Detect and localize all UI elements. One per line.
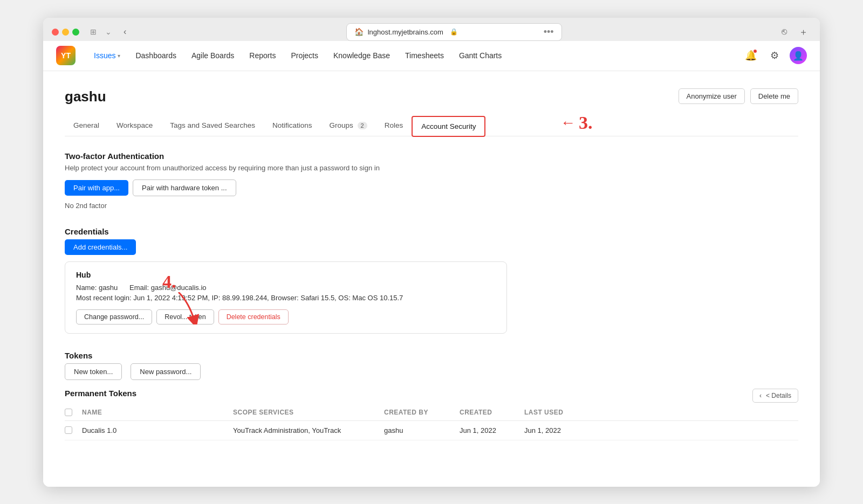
tab-account-security-label: Account Security xyxy=(421,122,476,130)
nav-item-timesheets[interactable]: Timesheets xyxy=(398,40,451,71)
tab-groups[interactable]: Groups 2 xyxy=(320,116,375,136)
tab-notifications-label: Notifications xyxy=(272,121,312,129)
back-button[interactable]: ‹ xyxy=(120,26,129,38)
pair-with-hardware-token-button[interactable]: Pair with hardware token ... xyxy=(133,179,236,196)
tab-roles[interactable]: Roles xyxy=(376,116,412,136)
credentials-actions: 4. Change password... R xyxy=(76,309,496,325)
revoke-token-button[interactable]: Revol... token xyxy=(156,309,214,325)
new-token-button[interactable]: New token... xyxy=(65,363,122,380)
add-credentials-button[interactable]: Add credentials... xyxy=(65,239,136,255)
tab-account-security[interactable]: Account Security ← 3. xyxy=(412,116,485,137)
nav-item-gantt-charts[interactable]: Gantt Charts xyxy=(451,40,509,71)
gear-icon: ⚙ xyxy=(770,50,779,61)
scope-link-youtrack-admin[interactable]: YouTrack Administration xyxy=(233,426,308,434)
col-name-header: Name xyxy=(82,409,233,416)
tab-general-label: General xyxy=(73,121,99,129)
col-created-header: Created xyxy=(460,409,524,416)
nav-item-projects[interactable]: Projects xyxy=(283,40,326,71)
tab-roles-label: Roles xyxy=(385,121,403,129)
nav-label-knowledge-base: Knowledge Base xyxy=(333,51,390,60)
tokens-actions: New token... New password... xyxy=(65,363,798,380)
hub-email: gashu@ducalis.io xyxy=(151,284,207,292)
notification-dot xyxy=(753,49,757,53)
token-scope-cell: YouTrack Administration, YouTrack xyxy=(233,426,384,434)
nav-label-timesheets: Timesheets xyxy=(405,51,444,60)
nav-item-issues[interactable]: Issues ▾ xyxy=(86,40,128,71)
top-nav: YT Issues ▾ Dashboards Agile Boards Repo… xyxy=(43,41,820,71)
nav-label-projects: Projects xyxy=(291,51,318,60)
email-label: Email: xyxy=(129,284,151,292)
two-factor-section: Two-factor Authentication Help protect y… xyxy=(65,151,798,210)
browser-window: ⊞ ⌄ ‹ 🏠 lnghost.myjetbrains.com 🔒 ••• ⎋ … xyxy=(43,18,820,487)
close-traffic-light[interactable] xyxy=(52,29,59,36)
more-icon[interactable]: ••• xyxy=(544,26,554,38)
tokens-table-area: ‹ < Details Permanent Tokens Name Scope … xyxy=(65,389,798,440)
nav-item-knowledge-base[interactable]: Knowledge Base xyxy=(326,40,398,71)
chevron-down-button[interactable]: ⌄ xyxy=(102,26,115,37)
issues-chevron-icon: ▾ xyxy=(118,53,120,59)
scope-link-youtrack[interactable]: YouTrack xyxy=(312,426,341,434)
table-row: Ducalis 1.0 YouTrack Administration, You… xyxy=(65,421,798,440)
anonymize-user-button[interactable]: Anonymize user xyxy=(679,88,745,104)
nav-label-reports: Reports xyxy=(249,51,276,60)
new-password-button[interactable]: New password... xyxy=(131,363,201,380)
delete-me-button[interactable]: Delete me xyxy=(750,88,798,104)
details-button[interactable]: ‹ < Details xyxy=(752,389,798,403)
nav-right: 🔔 ⚙ 👤 xyxy=(742,47,807,64)
address-bar[interactable]: 🏠 lnghost.myjetbrains.com 🔒 ••• xyxy=(346,23,562,41)
select-all-checkbox[interactable] xyxy=(65,409,72,416)
pair-with-app-button[interactable]: Pair with app... xyxy=(65,180,128,196)
annotation-3: ← 3. xyxy=(560,113,593,133)
nav-label-agile-boards: Agile Boards xyxy=(191,51,234,60)
details-label: < Details xyxy=(766,392,791,399)
credentials-name-email: Name: gashu Email: gashu@ducalis.io xyxy=(76,284,496,292)
nav-label-gantt-charts: Gantt Charts xyxy=(459,51,502,60)
row-checkbox[interactable] xyxy=(65,426,72,434)
token-created-cell: Jun 1, 2022 xyxy=(460,426,524,434)
col-created-by-header: Created By xyxy=(384,409,460,416)
tab-notifications[interactable]: Notifications xyxy=(264,116,321,136)
tab-tags-searches[interactable]: Tags and Saved Searches xyxy=(161,116,264,136)
nav-item-dashboards[interactable]: Dashboards xyxy=(128,40,184,71)
nav-item-agile-boards[interactable]: Agile Boards xyxy=(184,40,242,71)
new-tab-button[interactable]: ＋ xyxy=(796,25,811,39)
address-text: lnghost.myjetbrains.com xyxy=(368,28,443,36)
lock-icon: 🔒 xyxy=(450,28,458,36)
share-button[interactable]: ⎋ xyxy=(778,25,790,38)
table-header: Name Scope Services Created By Created L… xyxy=(65,404,798,421)
traffic-lights xyxy=(52,29,79,36)
col-scope-header: Scope Services xyxy=(233,409,384,416)
no-2nd-factor-text: No 2nd factor xyxy=(65,202,798,210)
tokens-title: Tokens xyxy=(65,351,798,360)
chevron-left-icon: ‹ xyxy=(759,392,762,399)
address-bar-row: 🏠 lnghost.myjetbrains.com 🔒 ••• xyxy=(135,23,773,41)
minimize-traffic-light[interactable] xyxy=(62,29,69,36)
two-factor-desc: Help protect your account from unauthori… xyxy=(65,164,798,172)
tab-workspace-label: Workspace xyxy=(117,121,153,129)
sidebar-toggle-button[interactable]: ⊞ xyxy=(87,26,100,37)
credentials-section: Credentials Add credentials... Hub Name:… xyxy=(65,227,798,334)
settings-button[interactable]: ⚙ xyxy=(766,47,783,64)
notifications-button[interactable]: 🔔 xyxy=(742,47,759,64)
nav-label-dashboards: Dashboards xyxy=(135,51,176,60)
token-name-cell: Ducalis 1.0 xyxy=(82,426,233,434)
tokens-section: Tokens New token... New password... ‹ < … xyxy=(65,351,798,440)
tab-general[interactable]: General xyxy=(65,116,108,136)
avatar[interactable]: 👤 xyxy=(790,47,807,64)
nav-item-reports[interactable]: Reports xyxy=(242,40,283,71)
credentials-card: Hub Name: gashu Email: gashu@ducalis.io … xyxy=(65,261,507,334)
col-last-used-header: Last Used xyxy=(524,409,589,416)
app-logo: YT xyxy=(56,46,76,65)
tab-workspace[interactable]: Workspace xyxy=(108,116,161,136)
delete-credentials-button[interactable]: Delete credentials xyxy=(218,309,289,325)
sub-tabs: General Workspace Tags and Saved Searche… xyxy=(65,116,798,136)
token-last-used-cell: Jun 1, 2022 xyxy=(524,426,589,434)
maximize-traffic-light[interactable] xyxy=(72,29,79,36)
token-created-by-cell: gashu xyxy=(384,426,460,434)
hub-name: gashu xyxy=(99,284,118,292)
app-content: YT Issues ▾ Dashboards Agile Boards Repo… xyxy=(43,41,820,487)
credentials-hub-title: Hub xyxy=(76,271,496,279)
credentials-title: Credentials xyxy=(65,227,798,236)
nav-label-issues: Issues xyxy=(94,51,115,60)
change-password-button[interactable]: Change password... xyxy=(76,309,152,325)
